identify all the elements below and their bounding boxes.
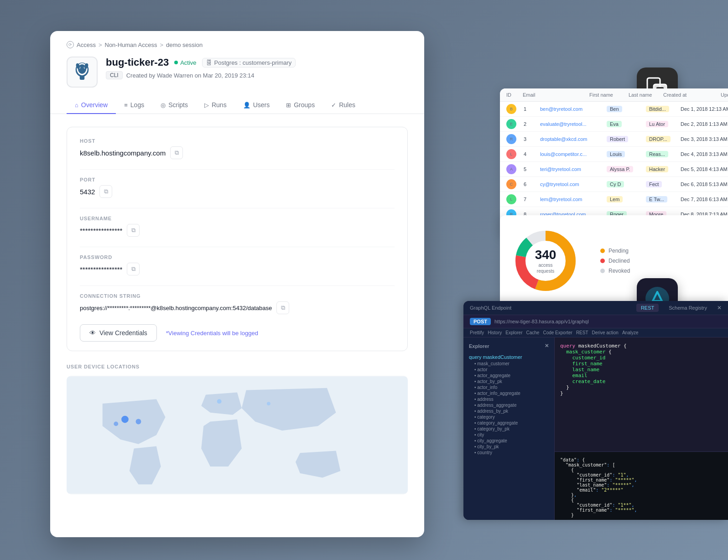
map-title: USER DEVICE LOCATIONS (67, 364, 408, 369)
cell-id: 5 (524, 166, 533, 172)
gql-explorer-close[interactable]: ✕ (545, 343, 549, 349)
gql-tree-category-pk[interactable]: • category_by_pk (469, 426, 549, 432)
gql-action-bar: Prettify History Explorer Cache Code Exp… (463, 328, 728, 337)
groups-icon: ⊞ (286, 102, 291, 109)
gql-tree-category-agg[interactable]: • category_aggregate (469, 420, 549, 426)
view-credentials-button[interactable]: 👁 View Credentials (80, 324, 157, 342)
divider-2 (80, 208, 395, 208)
gql-cache[interactable]: Cache (526, 330, 540, 335)
tab-overview[interactable]: ⌂ Overview (67, 97, 116, 114)
gql-rest-btn[interactable]: REST (576, 330, 588, 335)
tab-groups[interactable]: ⊞ Groups (278, 97, 323, 114)
breadcrumb-non-human[interactable]: Non-Human Access (105, 41, 157, 48)
username-value: **************** (80, 227, 122, 234)
tab-rules-label: Rules (339, 101, 355, 109)
row-avatar: A (506, 164, 516, 174)
table-row[interactable]: C 6 cy@tryretool.com Cy D Fect Dec 6, 20… (500, 177, 728, 192)
header-title-row: bug-ticker-23 Active 🗄 Postgres : custom… (106, 57, 408, 68)
svg-point-11 (121, 416, 129, 423)
table-row[interactable]: L 4 louis@competitor.c... Louis Reas... … (500, 147, 728, 162)
password-value: **************** (80, 265, 122, 273)
db-logo (67, 57, 98, 88)
gql-tree-actor-info[interactable]: • actor_info (469, 384, 549, 390)
postgres-icon (70, 60, 94, 84)
divider-3 (80, 247, 395, 247)
gql-tree-address-agg[interactable]: • address_aggregate (469, 402, 549, 408)
gql-tree-country[interactable]: • country (469, 450, 549, 456)
cell-id: 6 (524, 181, 533, 187)
map-container (67, 376, 408, 494)
breadcrumb-access[interactable]: Access (77, 41, 96, 48)
gql-tab-schema[interactable]: Schema Registry (664, 304, 712, 312)
cell-lname: DROP... (646, 136, 673, 142)
created-by: Created by Wade Warren on Mar 20, 2019 2… (126, 72, 255, 79)
app-name: bug-ticker-23 (106, 57, 169, 68)
legend-label-declined: Declined (608, 258, 630, 264)
legend-pending: Pending (600, 248, 630, 254)
gql-tree-city-pk[interactable]: • city_by_pk (469, 444, 549, 450)
cell-id: 7 (524, 197, 533, 202)
cell-email: louis@competitor.c... (540, 151, 599, 157)
row-avatar: C (506, 179, 516, 189)
legend-declined: Declined (600, 258, 630, 264)
donut-legend: Pending Declined Revoked (600, 248, 630, 274)
cell-lname: Reas... (646, 151, 673, 157)
copy-connection-string-button[interactable]: ⧉ (276, 301, 289, 314)
gql-tree-mask-customer[interactable]: • mask_customer (469, 361, 549, 367)
donut-panel: 340 access requests Pending Declined Rev… (500, 215, 728, 306)
cell-fname: Ben (607, 106, 639, 112)
gql-tree-query[interactable]: query maskedCustomer (469, 353, 549, 361)
gql-query-editor[interactable]: query maskedCustomer { mask_customer { c… (555, 337, 728, 451)
copy-username-button[interactable]: ⧉ (127, 224, 140, 237)
cell-created: Dec 7, 2018 6:13 AM (681, 197, 728, 202)
table-row[interactable]: L 7 lem@tryretool.com Lem E Tw... Dec 7,… (500, 192, 728, 207)
db-label: Postgres : customers-primary (214, 59, 292, 66)
copy-host-button[interactable]: ⧉ (170, 146, 183, 159)
gql-tree-address[interactable]: • address (469, 396, 549, 402)
svg-point-14 (217, 399, 222, 404)
gql-toolbar: POST https://new-tiger-83.hasura.app/v1/… (463, 315, 728, 328)
field-password: PASSWORD **************** ⧉ (80, 254, 395, 275)
connection-string-value: postgres://*********:*********@k8selb.ho… (80, 305, 272, 311)
legend-dot-pending (600, 249, 605, 253)
cell-email: evaluate@tryretool... (540, 121, 599, 127)
gql-tab-rest[interactable]: REST (636, 304, 659, 312)
legend-dot-revoked (600, 269, 605, 273)
gql-tree-city-agg[interactable]: • city_aggregate (469, 438, 549, 444)
gql-endpoint-label: GraphQL Endpoint (470, 305, 511, 311)
host-value: k8selb.hostingcompany.com (80, 149, 166, 157)
gql-close-icon[interactable]: ✕ (717, 305, 722, 311)
gql-tree-category[interactable]: • category (469, 414, 549, 420)
gql-tree-city[interactable]: • city (469, 432, 549, 438)
cell-lname: Lu Ator (646, 121, 673, 127)
copy-port-button[interactable]: ⧉ (99, 185, 112, 198)
tab-users[interactable]: 👤 Users (235, 97, 278, 114)
donut-center: 340 access requests (530, 248, 562, 274)
table-row[interactable]: R 3 droptable@xkcd.com Robert DROP... De… (500, 132, 728, 147)
copy-password-button[interactable]: ⧉ (127, 263, 140, 275)
gql-prettify[interactable]: Prettify (470, 330, 484, 335)
table-row[interactable]: B 1 ben@tryretool.com Ben Bitdid... Dec … (500, 102, 728, 117)
table-row[interactable]: E 2 evaluate@tryretool... Eva Lu Ator De… (500, 117, 728, 132)
gql-code-exporter[interactable]: Code Exporter (543, 330, 572, 335)
row-avatar: L (506, 194, 516, 204)
gql-tree-actor-pk[interactable]: • actor_by_pk (469, 379, 549, 384)
gql-tree-actor[interactable]: • actor (469, 367, 549, 373)
gql-history[interactable]: History (488, 330, 502, 335)
gql-tree-actor-info-agg[interactable]: • actor_info_aggregate (469, 390, 549, 396)
tab-scripts[interactable]: ◎ Scripts (152, 97, 196, 114)
tab-rules[interactable]: ✓ Rules (323, 97, 364, 114)
gql-analyze[interactable]: Analyze (622, 330, 639, 335)
gql-method: POST (470, 318, 491, 325)
row-avatar: L (506, 149, 516, 159)
gql-tree-address-pk[interactable]: • address_by_pk (469, 408, 549, 414)
tab-logs[interactable]: ≡ Logs (116, 97, 152, 114)
table-row[interactable]: A 5 teri@tryretool.com Alyssa P. Hacker … (500, 162, 728, 177)
svg-point-15 (267, 402, 270, 405)
gql-derive-action[interactable]: Derive action (592, 330, 619, 335)
rules-icon: ✓ (331, 102, 336, 109)
tab-runs[interactable]: ▷ Runs (196, 97, 235, 114)
cell-created: Dec 3, 2018 3:13 AM (681, 136, 728, 142)
gql-tree-actor-agg[interactable]: • actor_aggregate (469, 373, 549, 379)
gql-explorer-btn[interactable]: Explorer (505, 330, 522, 335)
